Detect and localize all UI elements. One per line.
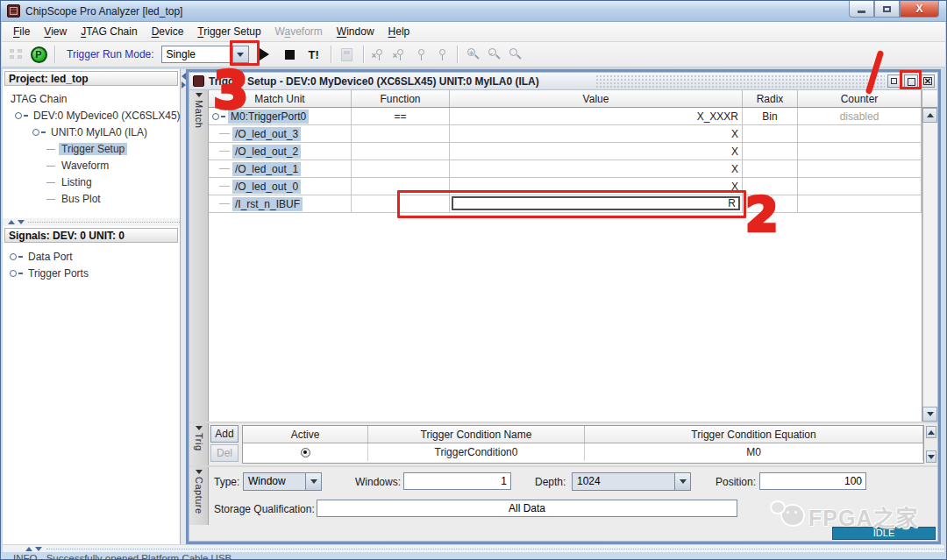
radix-cell[interactable] [743, 195, 798, 213]
radix-cell[interactable] [743, 125, 798, 143]
project-tree-item-listing[interactable]: Listing [46, 174, 95, 190]
collapse-down-icon[interactable] [18, 220, 25, 224]
device-program-icon[interactable]: P [29, 45, 48, 64]
radix-cell[interactable] [743, 178, 798, 195]
minimize-button[interactable] [849, 1, 874, 18]
signal-name-cell[interactable]: /I_rst_n_IBUF [209, 195, 352, 213]
tree-node-icon [10, 253, 17, 260]
collapse-icon [196, 93, 203, 97]
trigger-immediate-button[interactable]: T! [303, 45, 324, 64]
export-icon [338, 45, 357, 64]
collapse-right-icon[interactable] [182, 82, 186, 89]
active-cell[interactable] [243, 443, 368, 461]
counter-cell[interactable] [798, 195, 922, 213]
panel-splitter[interactable] [3, 218, 180, 226]
frame-close-button[interactable]: ✕ [921, 74, 935, 88]
frame-titlebar[interactable]: Trigger Setup - DEV:0 MyDevice0 (XC6SLX4… [189, 73, 937, 90]
close-button[interactable]: X [900, 1, 939, 18]
frame-maximize-button[interactable] [904, 74, 918, 88]
project-tree-item-waveform[interactable]: Waveform [46, 158, 111, 174]
collapse-up-icon[interactable] [25, 547, 32, 551]
spinner-down-button[interactable] [926, 450, 936, 463]
condition-equation-cell[interactable]: M0 [585, 443, 923, 461]
menu-item-view[interactable]: View [37, 23, 74, 40]
value-cell[interactable]: X [450, 178, 743, 195]
signals-header: Signals: DEV: 0 UNIT: 0 [4, 228, 178, 243]
menu-item-help[interactable]: Help [381, 23, 417, 40]
depth-value: 1024 [573, 473, 674, 490]
signal-name-cell[interactable]: /O_led_out_3 [209, 125, 352, 143]
counter-cell[interactable] [798, 125, 922, 143]
active-radio[interactable] [301, 448, 310, 457]
column-header-counter: Counter [798, 90, 922, 107]
counter-cell[interactable]: disabled [798, 108, 922, 125]
storage-qualification-field[interactable]: All Data [317, 500, 737, 517]
menu-item-window[interactable]: Window [330, 23, 381, 40]
spinner-up-button[interactable] [926, 426, 936, 438]
menu-item-trigger-setup[interactable]: Trigger Setup [190, 23, 267, 40]
windows-input[interactable]: 1 [403, 472, 511, 490]
maximize-button[interactable] [874, 1, 900, 18]
stop-trigger-button[interactable] [281, 45, 300, 64]
capture-tab[interactable]: Capture [189, 467, 209, 525]
trig-tab[interactable]: Trig [189, 423, 209, 465]
function-cell[interactable]: == [352, 108, 450, 125]
collapse-down-icon[interactable] [35, 547, 42, 551]
frame-minimize-button[interactable] [887, 74, 901, 88]
project-tree-item-dev-0-mydevice0-xc6slx45-[interactable]: DEV:0 MyDevice0 (XC6SLX45) [15, 108, 183, 124]
signals-tree-item-trigger-ports[interactable]: Trigger Ports [10, 266, 91, 281]
function-cell[interactable] [352, 125, 450, 143]
horizontal-splitter[interactable] [3, 545, 944, 552]
value-cell[interactable]: X_XXXR [450, 108, 743, 125]
value-cell[interactable]: X [450, 143, 743, 160]
table-row: /O_led_out_2X [209, 143, 922, 160]
signal-name-cell[interactable]: /O_led_out_1 [209, 160, 352, 178]
table-row: /I_rst_n_IBUFR [209, 195, 922, 213]
function-cell[interactable] [352, 178, 450, 195]
signals-tree-item-data-port[interactable]: Data Port [10, 249, 75, 265]
collapse-left-icon[interactable] [182, 73, 186, 80]
radix-cell[interactable] [743, 143, 798, 160]
project-tree-item-trigger-setup[interactable]: Trigger Setup [46, 141, 127, 157]
function-cell[interactable] [352, 195, 450, 213]
value-cell[interactable]: X [450, 125, 743, 143]
add-condition-button[interactable]: Add [210, 425, 239, 443]
project-tree-item-jtag-chain[interactable]: JTAG Chain [8, 91, 69, 107]
radix-cell[interactable] [743, 160, 798, 178]
counter-cell[interactable] [798, 178, 922, 195]
run-mode-select[interactable]: Single [161, 46, 249, 63]
type-label: Type: [214, 473, 239, 491]
signal-name-cell[interactable]: /O_led_out_0 [209, 178, 352, 195]
scroll-up-button[interactable] [922, 108, 937, 123]
signal-name-cell[interactable]: M0:TriggerPort0 [209, 108, 352, 125]
signal-name-cell[interactable]: /O_led_out_2 [209, 143, 352, 160]
project-tree-item-unit-0-myila0-ila-[interactable]: UNIT:0 MyILA0 (ILA) [32, 124, 150, 140]
chevron-down-icon[interactable] [674, 473, 690, 490]
type-select[interactable]: Window [243, 472, 322, 491]
menu-item-jtag-chain[interactable]: JTAG Chain [74, 23, 144, 40]
scroll-down-button[interactable] [922, 407, 937, 422]
value-edit-field[interactable]: R [452, 196, 740, 210]
depth-select[interactable]: 1024 [572, 472, 691, 491]
function-cell[interactable] [352, 160, 450, 178]
radix-cell[interactable]: Bin [743, 108, 798, 125]
counter-cell[interactable] [798, 160, 922, 178]
column-header-value: Value [450, 90, 743, 107]
scrollbar-track[interactable] [922, 123, 937, 407]
run-trigger-button[interactable] [253, 45, 277, 64]
chevron-down-icon[interactable] [305, 473, 321, 490]
project-tree-item-bus-plot[interactable]: Bus Plot [46, 191, 103, 207]
match-tab[interactable]: Match [189, 90, 209, 422]
position-input[interactable]: 100 [759, 472, 866, 490]
menu-item-device[interactable]: Device [145, 23, 191, 40]
collapse-up-icon[interactable] [8, 220, 15, 224]
match-scrollbar[interactable] [922, 90, 937, 422]
counter-cell[interactable] [798, 143, 922, 160]
chevron-down-icon[interactable] [232, 46, 248, 62]
tree-node-stem [18, 256, 23, 258]
condition-name-cell[interactable]: TriggerCondition0 [368, 443, 585, 461]
function-cell[interactable] [352, 143, 450, 160]
value-cell[interactable]: X [450, 160, 743, 178]
value-cell[interactable]: R [450, 195, 743, 213]
menu-item-file[interactable]: File [6, 23, 37, 40]
